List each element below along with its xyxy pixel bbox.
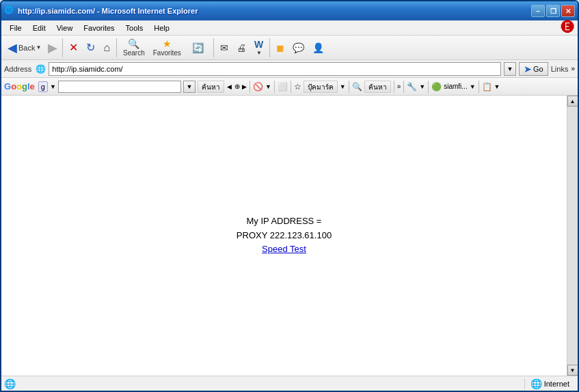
page-content: My IP ADDRESS = PROXY 222.123.61.100 Spe… <box>1 96 567 376</box>
scroll-track[interactable] <box>567 107 578 365</box>
google-search-button[interactable]: ค้นหา <box>198 81 224 93</box>
google-search-input[interactable] <box>58 81 181 93</box>
msn-icon: ◼ <box>276 42 284 53</box>
search-icon: 🔍 <box>128 38 139 49</box>
forward-button[interactable]: ▶ <box>46 38 59 57</box>
page-icon: 🌐 <box>36 64 46 74</box>
address-label: Address <box>4 65 31 73</box>
google-search2-button[interactable]: ค้นหา <box>364 81 391 93</box>
speed-test-link[interactable]: Speed Test <box>262 242 306 257</box>
google-bookmarks-dropdown[interactable]: ▼ <box>340 83 346 90</box>
mail-icon: ✉ <box>220 42 228 53</box>
google-sep-6 <box>403 81 404 93</box>
google-dropdown-icon[interactable]: ▼ <box>50 83 56 90</box>
google-more-button[interactable]: » <box>397 83 401 90</box>
favorites-button[interactable]: ★ Favorites <box>150 36 185 59</box>
toolbar-sep-4 <box>269 38 270 57</box>
search-button[interactable]: 🔍 Search <box>120 36 148 59</box>
links-button[interactable]: Links <box>551 65 569 73</box>
google-extra-button[interactable]: 📋 <box>482 82 492 92</box>
close-button[interactable]: ✕ <box>561 5 575 17</box>
back-dropdown-icon: ▼ <box>36 44 41 51</box>
google-nav-back-icon[interactable]: ◀ <box>226 83 232 91</box>
search-label: Search <box>123 49 145 57</box>
refresh-icon: ↻ <box>86 41 95 54</box>
google-account-dropdown[interactable]: ▼ <box>470 83 476 90</box>
google-sep-8 <box>479 81 479 93</box>
google-account-button[interactable]: siamfi... <box>444 83 467 90</box>
google-block-icon[interactable]: 🚫 <box>253 82 263 92</box>
titlebar-title: http://ip.siamidc.com/ - Microsoft Inter… <box>18 7 531 15</box>
ip-address-label: My IP ADDRESS = <box>247 214 322 229</box>
google-sep-7 <box>428 81 429 93</box>
google-sep-4 <box>349 81 349 93</box>
msn-button[interactable]: ◼ <box>273 40 288 55</box>
proxy-label: PROXY 222.123.61.100 <box>237 229 332 243</box>
google-wrench-dropdown[interactable]: ▼ <box>419 83 425 90</box>
statusbar-internet-panel: 🌐 Internet <box>524 378 575 389</box>
google-bookmarks-button[interactable]: ปุ้คมาร์ค <box>304 81 338 93</box>
google-logo: Google <box>4 81 35 92</box>
titlebar: 🌐 http://ip.siamidc.com/ - Microsoft Int… <box>1 1 578 20</box>
edit-dropdown-icon: ▼ <box>256 50 262 56</box>
titlebar-icon: 🌐 <box>4 5 15 16</box>
restore-button[interactable]: ❐ <box>546 5 560 17</box>
google-star-icon[interactable]: ☆ <box>294 82 301 92</box>
google-g-button[interactable]: g <box>38 81 48 92</box>
statusbar-right: 🌐 Internet <box>485 378 575 389</box>
address-dropdown-button[interactable]: ▼ <box>504 62 516 76</box>
google-sep-5 <box>394 81 394 93</box>
browser-window: 🌐 http://ip.siamidc.com/ - Microsoft Int… <box>0 0 579 392</box>
menu-edit[interactable]: Edit <box>27 23 51 33</box>
stop-button[interactable]: ✕ <box>66 39 81 56</box>
google-block-dropdown[interactable]: ▼ <box>265 83 271 90</box>
menu-help[interactable]: Help <box>148 23 175 33</box>
print-button[interactable]: 🖨 <box>233 40 250 55</box>
refresh-button[interactable]: ↻ <box>83 39 98 56</box>
mail-button[interactable]: ✉ <box>217 40 232 55</box>
addressbar: Address 🌐 ▼ ➤ Go Links » <box>1 60 578 78</box>
user-button[interactable]: 👤 <box>309 40 327 55</box>
google-nav-forward-icon[interactable]: ▶ <box>242 83 247 90</box>
forward-icon: ▶ <box>48 40 57 55</box>
content-wrapper: My IP ADDRESS = PROXY 222.123.61.100 Spe… <box>1 96 578 376</box>
history-icon: 🔄 <box>192 42 204 53</box>
menu-favorites[interactable]: Favorites <box>78 23 120 33</box>
titlebar-buttons: – ❐ ✕ <box>531 5 575 17</box>
go-label: Go <box>533 65 543 73</box>
scroll-down-button[interactable]: ▼ <box>567 365 578 376</box>
menu-tools[interactable]: Tools <box>120 23 149 33</box>
scroll-up-button[interactable]: ▲ <box>567 96 578 107</box>
google-search-dropdown[interactable]: ▼ <box>183 81 196 93</box>
edit-button[interactable]: W ▼ <box>251 37 267 58</box>
minimize-button[interactable]: – <box>531 5 545 17</box>
toolbar-sep-2 <box>116 38 117 57</box>
back-button[interactable]: ◀ Back ▼ <box>4 38 44 57</box>
google-status-icon: 🟢 <box>431 82 442 92</box>
toolbar-sep-3 <box>213 38 214 57</box>
links-expand-icon[interactable]: » <box>571 65 575 72</box>
messenger-button[interactable]: 💬 <box>289 40 308 55</box>
address-input[interactable] <box>49 62 501 76</box>
ie-logo-icon: 🅔 <box>561 20 575 36</box>
google-search2-icon[interactable]: 🔍 <box>352 82 362 92</box>
history-button[interactable]: 🔄 <box>186 40 211 55</box>
go-arrow-icon: ➤ <box>524 64 532 74</box>
menubar: File Edit View Favorites Tools Help 🅔 <box>1 20 578 36</box>
toolbar-sep-1 <box>62 38 63 57</box>
google-window-icon[interactable]: ⬜ <box>278 82 288 92</box>
menu-view[interactable]: View <box>51 23 79 33</box>
google-toolbar: Google g ▼ ▼ ค้นหา ◀ ⊕ ▶ 🚫 ▼ ⬜ ☆ ปุ้คมาร… <box>1 78 578 96</box>
go-button[interactable]: ➤ Go <box>519 62 548 76</box>
internet-label: Internet <box>544 380 569 388</box>
home-button[interactable]: ⌂ <box>100 40 113 56</box>
favorites-icon: ★ <box>163 38 172 49</box>
google-extra-dropdown[interactable]: ▼ <box>494 83 500 90</box>
content-area: My IP ADDRESS = PROXY 222.123.61.100 Spe… <box>1 96 567 376</box>
google-wrench-icon[interactable]: 🔧 <box>407 82 417 92</box>
menu-file[interactable]: File <box>4 23 27 33</box>
user-icon: 👤 <box>312 42 324 53</box>
google-nav-icon[interactable]: ⊕ <box>234 83 240 90</box>
google-sep-2 <box>274 81 275 93</box>
favorites-label: Favorites <box>153 49 181 57</box>
